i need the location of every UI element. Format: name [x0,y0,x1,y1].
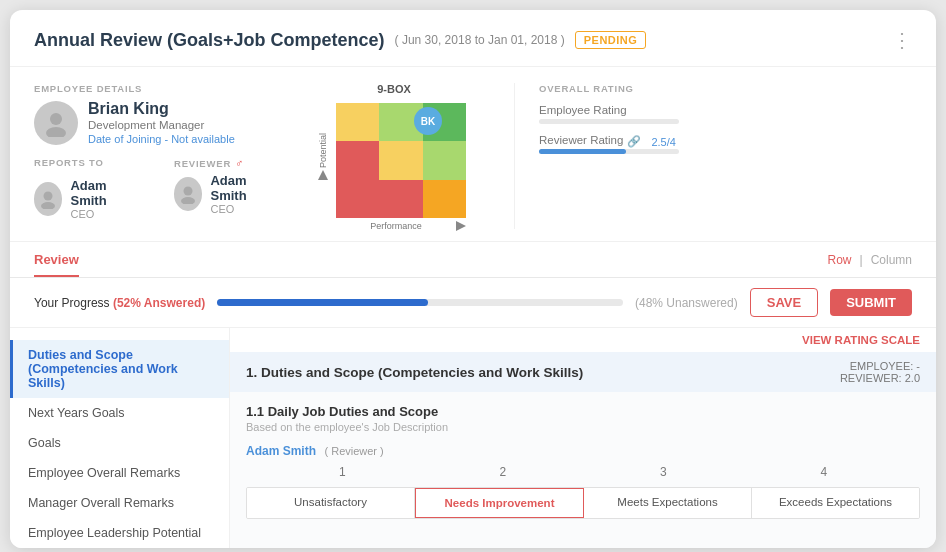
rating-num-1: 1 [262,465,423,479]
sub-section-title: 1.1 Daily Job Duties and Scope [246,404,920,419]
view-separator: | [860,253,863,267]
reviewer-person: Adam Smith CEO [174,173,274,215]
tab-view-options: Row | Column [828,253,913,267]
section-header: 1. Duties and Scope (Competencies and Wo… [230,352,936,392]
progress-bar-fill [217,299,428,306]
reviewer-avatar [174,177,202,211]
rating-num-row: 1 2 3 4 [246,465,920,479]
employee-name: Brian King [88,100,235,118]
employee-rating-label: Employee Rating [539,104,912,116]
page-header: Annual Review (Goals+Job Competence) ( J… [10,10,936,67]
reviewer-meta: REVIEWER: 2.0 [840,372,920,384]
reports-to-label: REPORTS TO [34,157,134,168]
progress-pct: (52% Answered) [113,296,205,310]
info-section: EMPLOYEE DETAILS Brian King Development … [10,67,936,242]
ninebox-x-axis: Performance [336,221,466,231]
svg-point-5 [181,197,195,204]
employee-section-label: EMPLOYEE DETAILS [34,83,274,94]
rating-option-1[interactable]: Unsatisfactory [247,488,415,518]
ninebox-y-axis: Potential [314,103,332,218]
reports-to-avatar [34,182,62,216]
svg-point-3 [41,202,55,209]
svg-point-4 [184,187,193,196]
rating-scale: Unsatisfactory Needs Improvement Meets E… [246,487,920,519]
reports-to-person: Adam Smith CEO [34,178,134,220]
view-row-option[interactable]: Row [828,253,852,267]
view-column-option[interactable]: Column [871,253,912,267]
sub-section: 1.1 Daily Job Duties and Scope Based on … [230,392,936,519]
reviewer-item: REVIEWER ♂ Adam Smith CEO [174,157,274,220]
ninebox-dot: BK [414,107,442,135]
nb-cell-2-1 [336,141,379,179]
nb-cell-3-3 [423,180,466,218]
view-rating-scale-btn[interactable]: VIEW RATING SCALE [230,328,936,352]
rating-num-3: 3 [583,465,744,479]
main-area: Duties and Scope (Competencies and Work … [10,328,936,548]
reviewer-role: CEO [210,203,274,215]
employee-rating-bar [539,119,679,124]
nb-cell-1-1 [336,103,379,141]
rating-option-4[interactable]: Exceeds Expectations [752,488,919,518]
reviewer-link-icon: 🔗 [627,135,641,148]
date-range: ( Jun 30, 2018 to Jan 01, 2018 ) [395,33,565,47]
ninebox-grid [336,103,466,218]
reviewer-rating-bar [539,149,679,154]
progress-label: Your Progress (52% Answered) [34,296,205,310]
employee-job-title: Development Manager [88,119,235,131]
sidebar: Duties and Scope (Competencies and Work … [10,328,230,548]
reports-to-role: CEO [70,208,134,220]
employee-join-date: Date of Joining - Not available [88,133,235,145]
reviewer-info: Adam Smith CEO [210,173,274,215]
ninebox-col: 9-BOX Potential [274,83,514,229]
svg-point-2 [44,192,53,201]
nb-cell-2-2 [379,141,422,179]
ninebox-title: 9-BOX [377,83,411,95]
sidebar-item-manager-overall-remarks[interactable]: Manager Overall Remarks [10,488,229,518]
reviewer-rating-label: Reviewer Rating [539,134,623,146]
ninebox-x-label: Performance [336,221,456,231]
svg-point-0 [50,113,62,125]
section-title: 1. Duties and Scope (Competencies and Wo… [246,365,583,380]
save-button[interactable]: SAVE [750,288,818,317]
reviewer-name: Adam Smith [210,173,274,203]
header-title-group: Annual Review (Goals+Job Competence) ( J… [34,30,646,51]
tab-review[interactable]: Review [34,242,79,277]
overall-rating-title: OVERALL RATING [539,83,912,94]
status-badge: PENDING [575,31,647,49]
employee-main-row: Brian King Development Manager Date of J… [34,100,274,145]
sidebar-item-duties[interactable]: Duties and Scope (Competencies and Work … [10,340,229,398]
page-title: Annual Review (Goals+Job Competence) [34,30,385,51]
reviewer-person-name: Adam Smith [246,444,316,458]
reports-to-info: Adam Smith CEO [70,178,134,220]
employee-meta: EMPLOYEE: - [840,360,920,372]
rating-num-2: 2 [423,465,584,479]
sidebar-item-goals[interactable]: Goals [10,428,229,458]
ninebox-y-label: Potential [318,133,328,168]
rating-option-3[interactable]: Meets Expectations [584,488,752,518]
reviewer-rating-value: 2.5/4 [651,136,675,148]
reviewer-name-row: Adam Smith ( Reviewer ) [246,441,920,459]
content-area: VIEW RATING SCALE 1. Duties and Scope (C… [230,328,936,548]
svg-marker-7 [456,221,466,231]
section-meta: EMPLOYEE: - REVIEWER: 2.0 [840,360,920,384]
employee-details-col: EMPLOYEE DETAILS Brian King Development … [34,83,274,229]
tabs-bar: Review Row | Column [10,242,936,278]
reviewer-gender-icon: ♂ [235,157,244,169]
employee-rating-row: Employee Rating [539,104,912,124]
sidebar-item-employee-leadership[interactable]: Employee Leadership Potential [10,518,229,548]
sidebar-item-next-years-goals[interactable]: Next Years Goals [10,398,229,428]
submit-button[interactable]: SUBMIT [830,289,912,316]
svg-point-1 [46,127,66,137]
more-options-icon[interactable]: ⋮ [892,28,912,52]
reports-reviewer-row: REPORTS TO Adam Smith CEO [34,157,274,220]
sidebar-item-employee-overall-remarks[interactable]: Employee Overall Remarks [10,458,229,488]
reviewer-label: REVIEWER ♂ [174,157,274,169]
employee-avatar [34,101,78,145]
rating-num-4: 4 [744,465,905,479]
unanswered-label: (48% Unanswered) [635,296,738,310]
reviewer-person-tag: ( Reviewer ) [324,445,383,457]
reviewer-rating-fill [539,149,626,154]
progress-section: Your Progress (52% Answered) (48% Unansw… [10,278,936,328]
overall-rating-col: OVERALL RATING Employee Rating Reviewer … [514,83,912,229]
rating-option-2[interactable]: Needs Improvement [415,488,584,518]
